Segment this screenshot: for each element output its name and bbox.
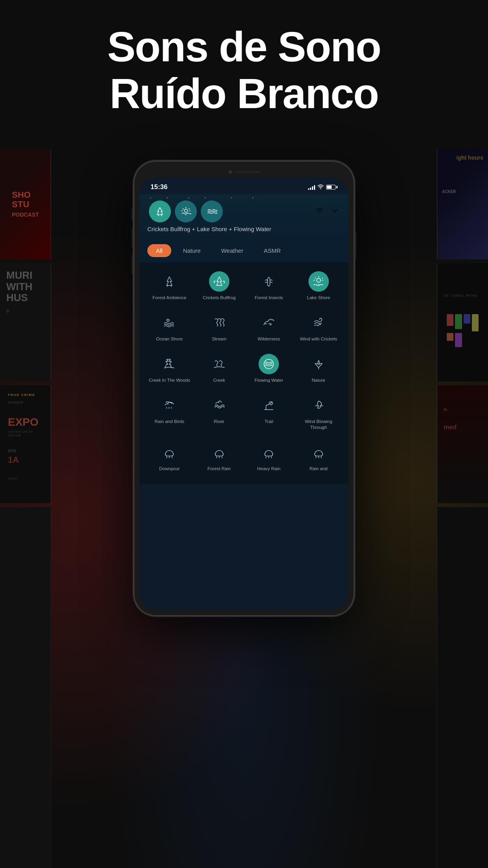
sound-icon-wind-blowing xyxy=(308,395,329,416)
bg-panel-right-2: OF CAROL RYAN xyxy=(437,263,488,381)
svg-point-1 xyxy=(184,209,187,212)
sound-item-forest-ambience[interactable]: Forest Ambience xyxy=(146,267,193,305)
bg-panel-right-3: ls med xyxy=(437,385,488,503)
sound-icon-rain-birds xyxy=(159,395,180,416)
phone-button-vol-down xyxy=(132,255,133,274)
sound-item-nature[interactable]: Nature xyxy=(295,349,343,388)
tab-weather[interactable]: Weather xyxy=(213,244,252,257)
sound-item-creek[interactable]: Creek xyxy=(196,349,243,388)
sound-item-wilderness[interactable]: Wilderness xyxy=(245,308,293,347)
sound-item-flowing-water[interactable]: Flowing Water xyxy=(245,349,293,388)
tab-nature[interactable]: Nature xyxy=(174,244,209,257)
sound-icon-forest-insects xyxy=(259,271,279,292)
bg-panel-left-2: MURIWITHHUSB xyxy=(0,263,51,381)
selected-chips xyxy=(149,200,223,223)
sound-label-lake-shore: Lake Shore xyxy=(307,295,330,301)
sound-icon-crickets-bullfrog xyxy=(209,271,229,292)
sound-label-flowing-water: Flowing Water xyxy=(255,377,283,383)
bg-panel-right-1: ight hours ACKER xyxy=(437,149,488,259)
sound-label-wind-blowing: Wind Blowing Through xyxy=(297,419,340,430)
battery-icon xyxy=(326,185,338,189)
svg-point-0 xyxy=(320,188,321,189)
sound-icon-downpour xyxy=(159,442,180,463)
sound-label-ocean-shore: Ocean Shore xyxy=(156,336,183,342)
sound-label-heavy-rain: Heavy Rain xyxy=(257,466,281,472)
sound-item-creek-woods[interactable]: Creek In The Woods xyxy=(146,349,193,388)
sound-icon-wilderness xyxy=(259,313,279,333)
sound-label-forest-ambience: Forest Ambience xyxy=(152,295,186,301)
sound-item-ocean-shore[interactable]: Ocean Shore xyxy=(146,308,193,347)
bg-panel-left-3: TRUE CRIME WONDR EXPO COVER-UP AT COLUM … xyxy=(0,385,51,503)
chip-forest[interactable] xyxy=(149,200,171,223)
chip-lake[interactable] xyxy=(175,200,197,223)
sound-icon-creek xyxy=(209,354,229,374)
signal-icon xyxy=(308,184,315,190)
category-tabs: All Nature Weather ASMR xyxy=(139,239,349,263)
phone-frame: 15:36 xyxy=(134,161,354,616)
sound-item-forest-rain[interactable]: Forest Rain xyxy=(196,438,243,476)
sound-label-creek-woods: Creek In The Woods xyxy=(149,377,190,383)
filter-button[interactable] xyxy=(316,206,324,217)
sound-label-wind-crickets: Wind with Crickets xyxy=(300,336,337,342)
bg-panel-left-4 xyxy=(0,507,51,868)
title-section: Sons de Sono Ruído Branco xyxy=(0,24,488,117)
sound-item-rain-and[interactable]: Rain and xyxy=(295,438,343,476)
selected-sounds-label: Crickets Bullfrog + Lake Shore + Flowing… xyxy=(147,223,341,234)
sound-label-creek: Creek xyxy=(213,377,225,383)
sound-label-crickets-bullfrog: Crickets Bullfrog xyxy=(203,295,236,301)
chip-waves[interactable] xyxy=(201,200,223,223)
phone-wrapper: 15:36 xyxy=(134,161,354,616)
phone-camera xyxy=(228,170,232,174)
tab-all[interactable]: All xyxy=(147,244,171,257)
sound-icon-trail xyxy=(259,395,279,416)
sound-item-wind-crickets[interactable]: Wind with Crickets xyxy=(295,308,343,347)
sound-item-downpour[interactable]: Downpour xyxy=(146,438,193,476)
bg-panel-right-4 xyxy=(437,507,488,868)
sound-item-rain-birds[interactable]: Rain and Birds xyxy=(146,390,193,435)
sound-label-rain-and: Rain and xyxy=(310,466,328,472)
sound-label-rain-birds: Rain and Birds xyxy=(155,419,184,425)
sound-grid: Forest Ambience Crickets Bullfrog xyxy=(139,263,349,484)
sound-icon-wind-crickets xyxy=(308,313,329,333)
sound-item-wind-blowing[interactable]: Wind Blowing Through xyxy=(295,390,343,435)
tab-asmr[interactable]: ASMR xyxy=(255,244,289,257)
sound-item-lake-shore[interactable]: Lake Shore xyxy=(295,267,343,305)
header-controls xyxy=(316,206,339,217)
sound-item-river[interactable]: River xyxy=(196,390,243,435)
sound-label-forest-rain: Forest Rain xyxy=(207,466,231,472)
sound-item-stream[interactable]: Stream xyxy=(196,308,243,347)
phone-screen: 15:36 xyxy=(139,178,349,610)
sound-icon-creek-woods xyxy=(159,354,180,374)
sound-icon-heavy-rain xyxy=(259,442,279,463)
sound-label-trail: Trail xyxy=(264,419,273,425)
status-time: 15:36 xyxy=(150,183,167,191)
sound-item-forest-insects[interactable]: Forest Insects xyxy=(245,267,293,305)
status-bar: 15:36 xyxy=(139,178,349,194)
wifi-icon xyxy=(317,184,324,191)
sound-icon-flowing-water xyxy=(259,354,279,374)
sound-item-crickets-bullfrog[interactable]: Crickets Bullfrog xyxy=(196,267,243,305)
svg-point-3 xyxy=(270,324,270,325)
sound-icon-forest-rain xyxy=(209,442,229,463)
status-icons xyxy=(308,184,338,191)
bg-panel-left-1: SHOSTUPODCAST xyxy=(0,149,51,259)
sound-icon-ocean-shore xyxy=(159,313,180,333)
sound-label-river: River xyxy=(214,419,224,425)
sound-icon-rain-and xyxy=(308,442,329,463)
header-section: Crickets Bullfrog + Lake Shore + Flowing… xyxy=(139,194,349,239)
sound-icon-forest-ambience xyxy=(159,271,180,292)
sound-item-trail[interactable]: Trail xyxy=(245,390,293,435)
sound-label-nature: Nature xyxy=(312,377,325,383)
phone-button-silent xyxy=(132,208,133,220)
sound-label-wilderness: Wilderness xyxy=(258,336,280,342)
sound-icon-nature xyxy=(308,354,329,374)
title-line2: Ruído Branco xyxy=(31,70,457,117)
phone-speaker xyxy=(236,171,260,173)
phone-button-power xyxy=(355,232,356,259)
sound-item-heavy-rain[interactable]: Heavy Rain xyxy=(245,438,293,476)
chevron-down-button[interactable] xyxy=(330,206,339,217)
sound-icon-lake-shore xyxy=(308,271,329,292)
sound-icon-river xyxy=(209,395,229,416)
sound-label-downpour: Downpour xyxy=(159,466,180,472)
svg-point-2 xyxy=(317,278,321,282)
